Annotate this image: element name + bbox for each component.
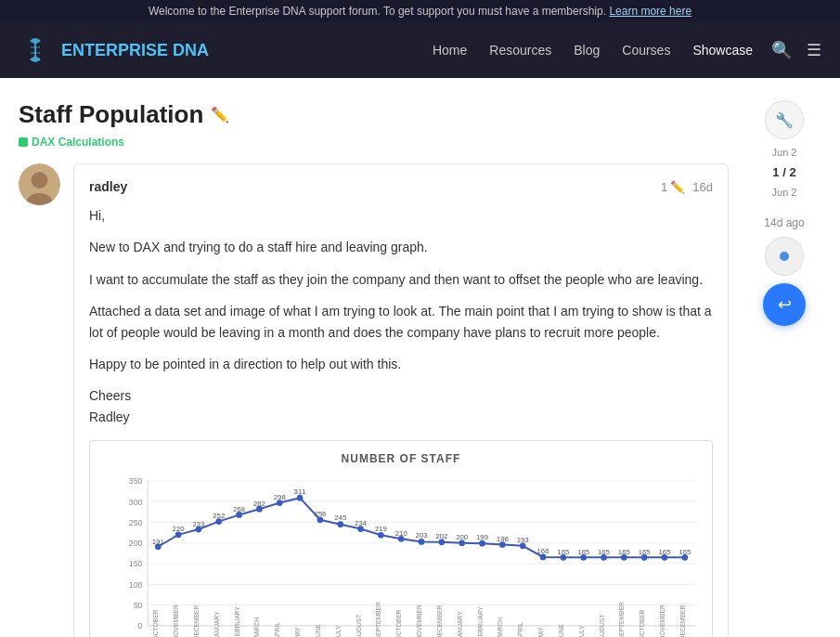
- svg-text:165: 165: [659, 548, 671, 556]
- svg-text:196: 196: [497, 535, 509, 543]
- site-logo[interactable]: ENTERPRISE DNA: [19, 33, 209, 67]
- sidebar-date-1: Jun 2: [772, 147, 797, 158]
- svg-text:200: 200: [129, 539, 143, 548]
- banner-link[interactable]: Learn more here: [609, 5, 691, 18]
- svg-text:200: 200: [456, 534, 469, 542]
- nav-item-resources[interactable]: Resources: [489, 43, 551, 58]
- banner-text: Welcome to the Enterprise DNA support fo…: [149, 5, 606, 18]
- nav-item-showcase[interactable]: Showcase: [692, 43, 753, 58]
- wrench-button[interactable]: 🔧: [765, 100, 804, 139]
- content-area: Staff Population ✏️ DAX Calculations rad…: [19, 100, 729, 637]
- svg-text:166: 166: [537, 547, 549, 555]
- avatar-image: [19, 163, 60, 205]
- post-line-6: CheersRadley: [89, 385, 713, 427]
- post-header: radley 1 ✏️ 16d: [89, 179, 713, 194]
- pencil-icon: ✏️: [670, 180, 685, 194]
- nav-item-blog[interactable]: Blog: [574, 43, 600, 58]
- nav-menu: Home Resources Blog Courses Showcase: [433, 43, 753, 58]
- svg-text:282: 282: [253, 500, 265, 508]
- svg-text:210: 210: [395, 529, 408, 538]
- logo-text: ENTERPRISE DNA: [61, 41, 209, 60]
- post-body: Hi, New to DAX and trying to do a staff …: [89, 205, 713, 427]
- svg-text:256: 256: [314, 510, 326, 518]
- svg-text:219: 219: [375, 526, 387, 534]
- svg-text:165: 165: [618, 548, 630, 556]
- svg-text:FEBRUARY: FEBRUARY: [234, 606, 240, 637]
- svg-text:233: 233: [192, 520, 204, 528]
- post-author: radley: [89, 179, 127, 194]
- svg-text:250: 250: [129, 518, 143, 527]
- svg-text:220: 220: [173, 526, 186, 534]
- svg-text:202: 202: [435, 532, 447, 540]
- navbar-icons: 🔍 ☰: [771, 40, 821, 60]
- main-content: Staff Population ✏️ DAX Calculations rad…: [0, 78, 840, 637]
- chart-title: NUMBER OF STAFF: [101, 452, 701, 465]
- svg-point-5: [32, 172, 48, 188]
- edit-title-icon[interactable]: ✏️: [211, 106, 229, 124]
- svg-text:203: 203: [416, 531, 428, 540]
- svg-text:OCTOBER: OCTOBER: [395, 610, 402, 637]
- svg-text:DECEMBER: DECEMBER: [436, 605, 443, 637]
- chart-svg-wrapper: 0 50 100 150 200 250 300 350: [101, 473, 701, 637]
- avatar: [19, 163, 60, 205]
- svg-text:100: 100: [129, 580, 143, 590]
- svg-text:193: 193: [517, 536, 529, 544]
- page-title-row: Staff Population ✏️: [19, 100, 729, 129]
- svg-text:50: 50: [134, 601, 143, 610]
- svg-text:OCTOBER: OCTOBER: [152, 610, 159, 637]
- svg-text:JANUARY: JANUARY: [457, 611, 463, 637]
- svg-text:165: 165: [577, 548, 589, 556]
- post-line-3: I want to accumulate the staff as they j…: [89, 269, 713, 290]
- svg-text:APRIL: APRIL: [274, 622, 280, 637]
- svg-text:JULY: JULY: [335, 625, 342, 637]
- svg-text:234: 234: [355, 519, 368, 527]
- svg-text:FEBRUARY: FEBRUARY: [477, 606, 484, 637]
- svg-text:245: 245: [334, 514, 346, 522]
- tag-badge[interactable]: DAX Calculations: [19, 136, 124, 149]
- svg-text:AUGUST: AUGUST: [355, 615, 362, 637]
- search-icon[interactable]: 🔍: [771, 40, 792, 60]
- svg-text:165: 165: [639, 548, 651, 556]
- dot-button[interactable]: [765, 237, 804, 276]
- svg-text:JUNE: JUNE: [315, 624, 321, 637]
- nav-item-home[interactable]: Home: [433, 43, 467, 58]
- svg-text:NOVEMBER: NOVEMBER: [173, 604, 179, 637]
- svg-text:MAY: MAY: [294, 627, 301, 637]
- svg-text:JUNE: JUNE: [558, 624, 564, 637]
- navbar: ENTERPRISE DNA Home Resources Blog Cours…: [0, 22, 840, 78]
- blue-dot: [780, 252, 789, 261]
- svg-text:NOVEMBER: NOVEMBER: [659, 604, 666, 637]
- staff-chart: 0 50 100 150 200 250 300 350: [101, 473, 701, 637]
- post-line-1: Hi,: [89, 205, 713, 226]
- svg-text:350: 350: [129, 476, 143, 486]
- svg-text:0: 0: [138, 621, 143, 630]
- svg-text:252: 252: [213, 512, 225, 520]
- svg-text:JANUARY: JANUARY: [213, 611, 220, 637]
- chart-container: NUMBER OF STAFF: [89, 440, 713, 637]
- reply-button[interactable]: ↩: [763, 283, 806, 326]
- svg-text:150: 150: [129, 559, 143, 568]
- svg-text:MARCH: MARCH: [253, 618, 260, 637]
- post-card: radley 1 ✏️ 16d Hi, New to DAX and tryin…: [73, 163, 729, 637]
- menu-icon[interactable]: ☰: [807, 40, 821, 60]
- svg-text:SEPTEMBER: SEPTEMBER: [618, 602, 625, 637]
- svg-text:165: 165: [678, 548, 691, 556]
- svg-text:MARCH: MARCH: [497, 618, 503, 637]
- nav-item-courses[interactable]: Courses: [622, 43, 670, 58]
- svg-text:298: 298: [274, 493, 286, 501]
- sidebar-time-ago: 14d ago: [764, 216, 804, 229]
- svg-text:268: 268: [233, 505, 245, 514]
- post-edit-count: 1 ✏️: [661, 180, 685, 194]
- svg-point-35: [337, 521, 343, 527]
- svg-text:APRIL: APRIL: [517, 622, 523, 637]
- sidebar-date-2: Jun 2: [772, 187, 797, 198]
- svg-text:300: 300: [129, 498, 143, 507]
- post-line-4: Attached a data set and image of what I …: [89, 301, 713, 343]
- post-timestamp: 16d: [692, 180, 713, 194]
- reply-icon: ↩: [778, 294, 792, 315]
- svg-text:SEPTEMBER: SEPTEMBER: [375, 602, 381, 637]
- page-title: Staff Population: [19, 100, 203, 129]
- svg-text:311: 311: [294, 488, 306, 497]
- post-container: radley 1 ✏️ 16d Hi, New to DAX and tryin…: [19, 163, 729, 637]
- svg-text:JULY: JULY: [578, 625, 585, 637]
